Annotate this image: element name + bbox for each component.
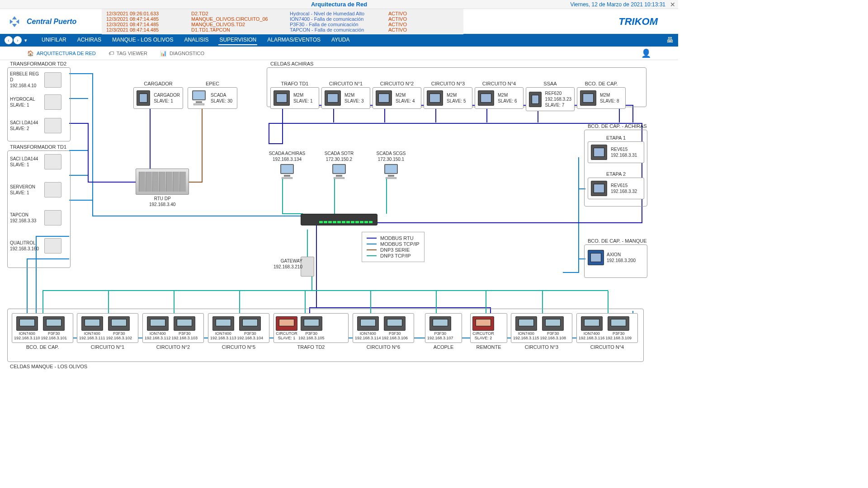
- device-node: ION7400192.168.3.116: [579, 316, 605, 341]
- node-cargador: CARGADOR CARGADORSLAVE: 1: [133, 87, 183, 109]
- nav-item[interactable]: ANALISIS: [183, 35, 209, 45]
- device-icon: [301, 316, 322, 331]
- device-icon: [591, 181, 607, 196]
- gateway-device-icon: [301, 257, 314, 277]
- device-icon: [108, 316, 130, 331]
- computer-icon: [191, 90, 207, 106]
- device-icon: [44, 72, 61, 88]
- device-icon: [588, 250, 604, 265]
- cell-node: CIRCUITO N°1M2MSLAVE: 3: [321, 87, 370, 109]
- scada-node: SCADA SOTR172.30.150.2: [319, 150, 359, 179]
- rtu-label: RTU DP192.168.3.40: [149, 196, 175, 207]
- tab[interactable]: 🏠ARQUITECTURA DE RED: [27, 50, 96, 56]
- bottom-cell: CIRCUITO N°6ION7400192.168.3.114P3F30192…: [353, 313, 414, 343]
- device-node: ION7400192.168.3.115: [513, 316, 539, 341]
- tab-icon: 🏷: [108, 50, 114, 56]
- page-title: Arquitectura de Red: [311, 1, 367, 8]
- computer-icon: [331, 164, 347, 179]
- logo: Central Puerto: [7, 14, 97, 29]
- nav-item[interactable]: ALARMAS/EVENTOS: [266, 35, 321, 45]
- cell-node: TRAFO TD1M2MSLAVE: 1: [270, 87, 319, 109]
- legend: MODBUS RTUMODBUS TCP/IPDNP3 SERIEDNP3 TC…: [362, 232, 425, 262]
- device-icon: [44, 94, 61, 110]
- device-icon: [608, 316, 629, 331]
- legend-row: DNP3 TCP/IP: [367, 253, 420, 258]
- cell-node: CIRCUITO N°2M2MSLAVE: 4: [373, 87, 421, 109]
- device-icon: [429, 316, 451, 331]
- nav-item[interactable]: ACHIRAS: [76, 35, 102, 45]
- device-icon: [376, 90, 392, 106]
- device-icon: [276, 316, 297, 331]
- navbar: ‹ › ▾ UNIFILARACHIRASMANQUE - LOS OLIVOS…: [0, 34, 678, 47]
- bottom-cell: REMONTECIRCUTORSLAVE: 2: [470, 313, 507, 343]
- tab[interactable]: 🏷TAG VIEWER: [108, 50, 147, 56]
- device-node: ION7400192.168.3.110: [14, 316, 40, 341]
- legend-row: DNP3 SERIE: [367, 247, 420, 253]
- group-bco-achiras-title: BCO. DE CAP. - ACHIRAS: [588, 123, 647, 129]
- device-icon: [357, 316, 379, 331]
- header: Central Puerto 12/3/2021 09:26:01.633D2.…: [0, 9, 678, 34]
- device-icon: [174, 316, 195, 331]
- device-icon: [581, 316, 603, 331]
- gateway-label: GATEWAY192.168.3.210: [274, 258, 302, 270]
- device-icon: [325, 90, 341, 106]
- tabbar: 🏠ARQUITECTURA DE RED🏷TAG VIEWER📊DIAGNOST…: [0, 47, 678, 60]
- nav-item[interactable]: SUPERVISION: [218, 35, 257, 45]
- device-node: QUALITROL192.168.3.160: [10, 238, 61, 253]
- device-icon: [478, 90, 494, 106]
- nav-back-button[interactable]: ‹: [5, 36, 13, 44]
- scada-node: SCADA SCGS172.30.150.1: [371, 150, 411, 179]
- close-icon[interactable]: ✕: [670, 1, 675, 8]
- device-icon: [212, 316, 234, 331]
- device-node: P3F30192.168.3.109: [606, 316, 632, 341]
- device-node: P3F30192.168.3.107: [427, 316, 453, 341]
- device-node: ION7400192.168.3.114: [355, 316, 381, 341]
- bottom-cell: CIRCUITO N°4ION7400192.168.3.116P3F30192…: [576, 313, 638, 343]
- device-icon: [44, 154, 61, 169]
- diagram-canvas: TRANSFORMADOR TD2 ERBELE REG D192.168.4.…: [0, 60, 678, 376]
- device-icon: [44, 238, 61, 253]
- device-node: P3F30192.168.3.105: [298, 316, 325, 341]
- nav-item[interactable]: MANQUE - LOS OLIVOS: [111, 35, 174, 45]
- device-node: P3F30192.168.3.108: [540, 316, 566, 341]
- tab[interactable]: 📊DIAGNOSTICO: [160, 50, 204, 56]
- device-node: P3F30192.168.3.103: [172, 316, 198, 341]
- device-icon: [274, 90, 290, 106]
- device-icon: [147, 316, 169, 331]
- device-node: HYDROCALSLAVE: 1: [10, 94, 61, 110]
- device-node: TAPCON192.168.3.33: [10, 210, 61, 225]
- device-node: ION7400192.168.3.113: [210, 316, 236, 341]
- cell-node: SSAAREF620192.168.3.23SLAVE: 7: [526, 87, 575, 111]
- tab-icon: 🏠: [27, 50, 34, 56]
- user-icon[interactable]: 👤: [641, 48, 651, 58]
- device-node: P3F30192.168.3.104: [237, 316, 264, 341]
- bottom-cell: CIRCUITO N°3ION7400192.168.3.115P3F30192…: [511, 313, 572, 343]
- device-icon: [472, 316, 494, 331]
- device-icon: [44, 182, 61, 197]
- bottom-cell: ACOPLEP3F30192.168.3.107: [425, 313, 462, 343]
- device-icon: [542, 316, 564, 331]
- nav-dropdown-icon[interactable]: ▾: [23, 38, 29, 43]
- scada-node: SCADA ACHIRAS192.168.3.134: [267, 150, 307, 179]
- logo-text: Central Puerto: [27, 18, 76, 26]
- device-icon: [239, 316, 261, 331]
- cell-node: CIRCUITO N°4M2MSLAVE: 6: [475, 87, 524, 109]
- device-node: P3F30192.168.3.101: [41, 316, 67, 341]
- nav-forward-button[interactable]: ›: [14, 36, 22, 44]
- print-icon[interactable]: 🖶: [666, 36, 674, 44]
- device-icon: [580, 90, 596, 106]
- device-icon: [44, 118, 61, 133]
- device-node: CIRCUTORSLAVE: 2: [472, 316, 494, 341]
- device-icon: [591, 145, 607, 160]
- alarm-row: 12/3/2021 08:47:14.485MANQUE_OLIVOS.TD2P…: [106, 22, 459, 27]
- device-icon: [43, 316, 65, 331]
- nav-item[interactable]: AYUDA: [330, 35, 350, 45]
- group-td1-title: TRANSFORMADOR TD1: [10, 144, 66, 150]
- device-icon: [515, 316, 537, 331]
- device-icon: [44, 210, 61, 225]
- device-node: SACI LDA144SLAVE: 2: [10, 118, 61, 133]
- bottom-cell: CIRCUITO N°1ION7400192.168.3.111P3F30192…: [77, 313, 138, 343]
- group-bco-manque-title: BCO. DE CAP. - MANQUE: [588, 238, 647, 244]
- nav-item[interactable]: UNIFILAR: [41, 35, 67, 45]
- cell-node: CIRCUITO N°3M2MSLAVE: 5: [424, 87, 472, 109]
